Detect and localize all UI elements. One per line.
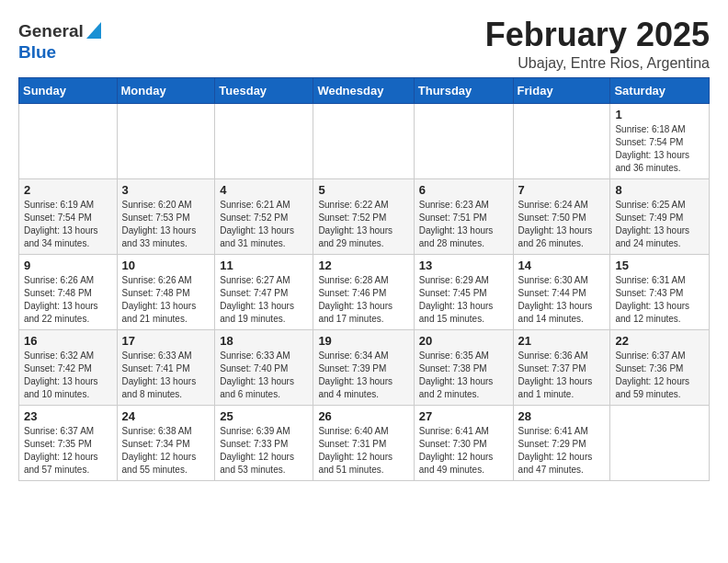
calendar-week-row: 9Sunrise: 6:26 AM Sunset: 7:48 PM Daylig… xyxy=(19,254,710,329)
day-info: Sunrise: 6:36 AM Sunset: 7:37 PM Dayligh… xyxy=(518,350,606,401)
day-info: Sunrise: 6:28 AM Sunset: 7:46 PM Dayligh… xyxy=(318,274,408,326)
calendar-week-row: 2Sunrise: 6:19 AM Sunset: 7:54 PM Daylig… xyxy=(19,178,710,254)
day-number: 18 xyxy=(220,334,308,348)
page: General Blue February 2025 Ubajay, Entre… xyxy=(0,0,728,490)
calendar-cell xyxy=(414,103,513,178)
day-info: Sunrise: 6:29 AM Sunset: 7:45 PM Dayligh… xyxy=(419,274,508,326)
col-thursday: Thursday xyxy=(414,77,513,103)
day-number: 3 xyxy=(122,183,210,197)
day-info: Sunrise: 6:22 AM Sunset: 7:52 PM Dayligh… xyxy=(318,199,408,250)
calendar-cell: 12Sunrise: 6:28 AM Sunset: 7:46 PM Dayli… xyxy=(313,254,414,329)
calendar-table: Sunday Monday Tuesday Wednesday Thursday… xyxy=(18,77,710,481)
day-info: Sunrise: 6:34 AM Sunset: 7:39 PM Dayligh… xyxy=(318,350,408,401)
day-number: 28 xyxy=(518,409,606,423)
calendar-cell xyxy=(117,103,215,178)
day-info: Sunrise: 6:21 AM Sunset: 7:52 PM Dayligh… xyxy=(220,199,308,250)
calendar-cell: 23Sunrise: 6:37 AM Sunset: 7:35 PM Dayli… xyxy=(19,405,118,480)
title-block: February 2025 Ubajay, Entre Rios, Argent… xyxy=(485,17,710,72)
calendar-title: February 2025 xyxy=(485,17,710,53)
header: General Blue February 2025 Ubajay, Entre… xyxy=(18,17,710,72)
day-number: 1 xyxy=(615,108,704,121)
calendar-cell: 1Sunrise: 6:18 AM Sunset: 7:54 PM Daylig… xyxy=(610,103,710,178)
day-info: Sunrise: 6:24 AM Sunset: 7:50 PM Dayligh… xyxy=(518,199,606,250)
day-info: Sunrise: 6:37 AM Sunset: 7:35 PM Dayligh… xyxy=(24,425,112,477)
day-number: 16 xyxy=(24,334,112,348)
day-number: 25 xyxy=(220,409,308,423)
day-info: Sunrise: 6:18 AM Sunset: 7:54 PM Dayligh… xyxy=(615,123,704,175)
calendar-header-row: Sunday Monday Tuesday Wednesday Thursday… xyxy=(19,77,710,103)
logo-general: General xyxy=(18,21,84,41)
day-info: Sunrise: 6:20 AM Sunset: 7:53 PM Dayligh… xyxy=(122,199,210,250)
day-info: Sunrise: 6:37 AM Sunset: 7:36 PM Dayligh… xyxy=(615,350,704,401)
calendar-cell: 7Sunrise: 6:24 AM Sunset: 7:50 PM Daylig… xyxy=(513,178,610,254)
day-info: Sunrise: 6:19 AM Sunset: 7:54 PM Dayligh… xyxy=(24,199,112,250)
day-info: Sunrise: 6:26 AM Sunset: 7:48 PM Dayligh… xyxy=(122,274,210,326)
day-info: Sunrise: 6:39 AM Sunset: 7:33 PM Dayligh… xyxy=(220,425,308,477)
day-number: 10 xyxy=(122,259,210,272)
day-info: Sunrise: 6:31 AM Sunset: 7:43 PM Dayligh… xyxy=(615,274,704,326)
day-info: Sunrise: 6:35 AM Sunset: 7:38 PM Dayligh… xyxy=(419,350,508,401)
day-number: 24 xyxy=(122,409,210,423)
calendar-cell: 3Sunrise: 6:20 AM Sunset: 7:53 PM Daylig… xyxy=(117,178,215,254)
day-number: 27 xyxy=(419,409,508,423)
day-number: 11 xyxy=(220,259,308,272)
calendar-cell xyxy=(513,103,610,178)
day-number: 5 xyxy=(318,183,408,197)
day-number: 17 xyxy=(122,334,210,348)
calendar-cell: 14Sunrise: 6:30 AM Sunset: 7:44 PM Dayli… xyxy=(513,254,610,329)
calendar-cell xyxy=(19,103,118,178)
calendar-cell: 5Sunrise: 6:22 AM Sunset: 7:52 PM Daylig… xyxy=(313,178,414,254)
calendar-cell: 6Sunrise: 6:23 AM Sunset: 7:51 PM Daylig… xyxy=(414,178,513,254)
calendar-cell: 10Sunrise: 6:26 AM Sunset: 7:48 PM Dayli… xyxy=(117,254,215,329)
day-number: 6 xyxy=(419,183,508,197)
calendar-cell: 16Sunrise: 6:32 AM Sunset: 7:42 PM Dayli… xyxy=(19,329,118,405)
calendar-cell xyxy=(215,103,313,178)
day-number: 7 xyxy=(518,183,606,197)
col-monday: Monday xyxy=(117,77,215,103)
day-number: 23 xyxy=(24,409,112,423)
calendar-cell: 17Sunrise: 6:33 AM Sunset: 7:41 PM Dayli… xyxy=(117,329,215,405)
day-number: 14 xyxy=(518,259,606,272)
day-number: 15 xyxy=(615,259,704,272)
day-number: 4 xyxy=(220,183,308,197)
col-friday: Friday xyxy=(513,77,610,103)
day-number: 8 xyxy=(615,183,704,197)
calendar-cell: 4Sunrise: 6:21 AM Sunset: 7:52 PM Daylig… xyxy=(215,178,313,254)
calendar-week-row: 16Sunrise: 6:32 AM Sunset: 7:42 PM Dayli… xyxy=(19,329,710,405)
day-number: 13 xyxy=(419,259,508,272)
day-info: Sunrise: 6:33 AM Sunset: 7:40 PM Dayligh… xyxy=(220,350,308,401)
calendar-week-row: 23Sunrise: 6:37 AM Sunset: 7:35 PM Dayli… xyxy=(19,405,710,480)
calendar-cell: 15Sunrise: 6:31 AM Sunset: 7:43 PM Dayli… xyxy=(610,254,710,329)
day-info: Sunrise: 6:25 AM Sunset: 7:49 PM Dayligh… xyxy=(615,199,704,250)
calendar-cell: 9Sunrise: 6:26 AM Sunset: 7:48 PM Daylig… xyxy=(19,254,118,329)
day-number: 26 xyxy=(318,409,408,423)
logo: General Blue xyxy=(18,20,101,63)
calendar-cell: 2Sunrise: 6:19 AM Sunset: 7:54 PM Daylig… xyxy=(19,178,118,254)
day-info: Sunrise: 6:41 AM Sunset: 7:29 PM Dayligh… xyxy=(518,425,606,477)
day-number: 2 xyxy=(24,183,112,197)
day-info: Sunrise: 6:41 AM Sunset: 7:30 PM Dayligh… xyxy=(419,425,508,477)
col-tuesday: Tuesday xyxy=(215,77,313,103)
calendar-cell: 28Sunrise: 6:41 AM Sunset: 7:29 PM Dayli… xyxy=(513,405,610,480)
calendar-cell xyxy=(313,103,414,178)
day-info: Sunrise: 6:38 AM Sunset: 7:34 PM Dayligh… xyxy=(122,425,210,477)
day-number: 12 xyxy=(318,259,408,272)
calendar-cell: 25Sunrise: 6:39 AM Sunset: 7:33 PM Dayli… xyxy=(215,405,313,480)
day-number: 20 xyxy=(419,334,508,348)
day-info: Sunrise: 6:26 AM Sunset: 7:48 PM Dayligh… xyxy=(24,274,112,326)
col-saturday: Saturday xyxy=(610,77,710,103)
calendar-cell: 21Sunrise: 6:36 AM Sunset: 7:37 PM Dayli… xyxy=(513,329,610,405)
calendar-cell: 26Sunrise: 6:40 AM Sunset: 7:31 PM Dayli… xyxy=(313,405,414,480)
calendar-cell: 11Sunrise: 6:27 AM Sunset: 7:47 PM Dayli… xyxy=(215,254,313,329)
calendar-cell: 22Sunrise: 6:37 AM Sunset: 7:36 PM Dayli… xyxy=(610,329,710,405)
calendar-week-row: 1Sunrise: 6:18 AM Sunset: 7:54 PM Daylig… xyxy=(19,103,710,178)
col-sunday: Sunday xyxy=(19,77,118,103)
day-info: Sunrise: 6:32 AM Sunset: 7:42 PM Dayligh… xyxy=(24,350,112,401)
day-number: 21 xyxy=(518,334,606,348)
day-number: 22 xyxy=(615,334,704,348)
day-info: Sunrise: 6:23 AM Sunset: 7:51 PM Dayligh… xyxy=(419,199,508,250)
logo-blue: Blue xyxy=(18,42,56,62)
svg-marker-0 xyxy=(86,22,101,39)
day-info: Sunrise: 6:27 AM Sunset: 7:47 PM Dayligh… xyxy=(220,274,308,326)
calendar-cell: 20Sunrise: 6:35 AM Sunset: 7:38 PM Dayli… xyxy=(414,329,513,405)
